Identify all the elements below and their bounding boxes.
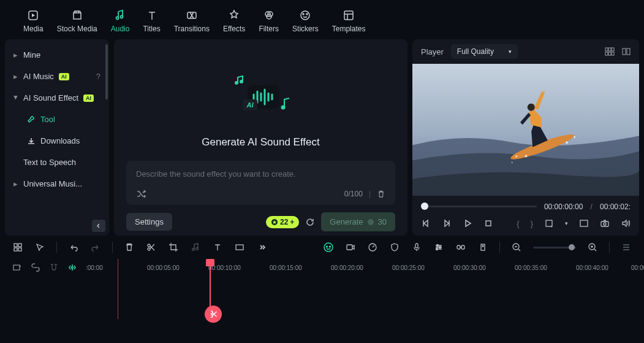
zoom-thumb[interactable] (569, 244, 575, 250)
layout-icon[interactable] (12, 242, 23, 253)
sidebar-item-ai-music[interactable]: ▸ AI Music AI ? (5, 66, 109, 87)
character-count: 0/100 (344, 190, 363, 198)
layout-grid-icon[interactable] (605, 47, 615, 56)
sidebar-item-downloads[interactable]: Downloads (5, 130, 109, 152)
tab-media[interactable]: Media (23, 9, 44, 33)
sidebar-item-label: Downloads (40, 136, 80, 145)
ruler-mark: 00:00:25:00 (392, 264, 425, 271)
prompt-textarea[interactable]: Describe the sound effect you want to cr… (136, 169, 385, 184)
chevron-down-icon: ▾ (509, 48, 512, 55)
volume-icon[interactable] (621, 218, 631, 228)
playhead[interactable] (210, 259, 211, 319)
mark-out-icon[interactable]: } (531, 219, 533, 228)
link-toggle-icon[interactable] (31, 263, 40, 272)
tab-stock-media[interactable]: Stock Media (57, 9, 97, 33)
mic-icon[interactable] (411, 242, 422, 253)
aspect-icon[interactable] (234, 242, 245, 253)
tab-audio[interactable]: Audio (111, 9, 130, 33)
tab-label: Filters (259, 25, 279, 33)
tab-label: Media (23, 25, 44, 33)
sidebar-item-tool[interactable]: Tool (5, 109, 109, 130)
shuffle-icon[interactable] (136, 189, 146, 199)
zoom-in-icon[interactable] (587, 242, 598, 253)
shield-icon[interactable] (389, 242, 400, 253)
link-icon[interactable] (455, 242, 466, 253)
settings-button[interactable]: Settings (126, 213, 172, 231)
guide-line (118, 259, 118, 319)
split-icon[interactable] (146, 242, 157, 253)
sidebar-item-universal-music[interactable]: ▸ Universal Musi... (5, 173, 109, 195)
fullscreen-icon[interactable] (579, 218, 589, 228)
sidebar-item-label: Tool (40, 115, 55, 124)
sidebar-item-mine[interactable]: ▸ Mine (5, 44, 109, 66)
zoom-out-icon[interactable] (511, 242, 522, 253)
svg-rect-32 (623, 48, 626, 55)
ai-assistant-icon[interactable] (323, 242, 334, 253)
tab-effects[interactable]: Effects (223, 9, 245, 33)
zoom-slider[interactable] (533, 247, 576, 249)
progress-thumb[interactable] (421, 202, 428, 210)
tab-filters[interactable]: Filters (259, 9, 279, 33)
collapse-sidebar-button[interactable] (92, 220, 105, 232)
pointer-icon[interactable] (34, 242, 45, 253)
ruler-mark: 00:00:20:00 (331, 264, 363, 271)
next-frame-button[interactable] (442, 218, 452, 228)
svg-point-46 (604, 223, 606, 225)
svg-rect-71 (13, 265, 20, 270)
video-preview[interactable] (412, 64, 639, 196)
redo-icon[interactable] (90, 242, 101, 253)
cut-marker[interactable] (205, 306, 222, 323)
tab-templates[interactable]: Templates (332, 9, 366, 33)
help-icon[interactable]: ? (96, 72, 100, 81)
tab-transitions[interactable]: Transitions (174, 9, 210, 33)
auto-ripple-icon[interactable] (67, 263, 77, 272)
credits-badge[interactable]: 22 + (266, 216, 299, 228)
svg-point-8 (303, 13, 304, 15)
record-icon[interactable] (345, 242, 356, 253)
add-track-icon[interactable] (12, 263, 22, 272)
mark-in-icon[interactable]: { (517, 219, 519, 228)
time-ruler[interactable]: :00:00 00:00:05:00 00:00:10:00 00:00:15:… (86, 261, 632, 274)
transitions-icon (185, 9, 199, 22)
play-button[interactable] (463, 218, 472, 228)
music-note-icon[interactable] (190, 242, 201, 253)
generate-button[interactable]: Generate 30 (321, 212, 395, 231)
trash-icon[interactable] (377, 190, 385, 198)
refresh-icon[interactable] (305, 217, 315, 227)
more-icon[interactable] (256, 242, 267, 253)
snapshot-icon[interactable] (600, 218, 610, 228)
list-view-icon[interactable] (621, 242, 632, 253)
undo-icon[interactable] (68, 242, 79, 253)
tab-titles[interactable]: Titles (143, 9, 160, 33)
tab-stickers[interactable]: Stickers (292, 9, 319, 33)
crop-tool-icon[interactable] (168, 242, 179, 253)
svg-rect-61 (415, 244, 418, 248)
prev-frame-button[interactable] (421, 218, 431, 228)
scrollbar-thumb[interactable] (105, 44, 108, 99)
chevron-right-icon: ▸ (13, 179, 18, 188)
panel-title: Generate AI Sound Effect (202, 136, 320, 148)
filters-icon (262, 9, 276, 22)
snap-icon[interactable] (49, 263, 59, 272)
timeline-tracks[interactable] (12, 276, 632, 319)
crop-icon[interactable] (544, 218, 554, 228)
svg-point-64 (436, 249, 438, 250)
sidebar-item-text-to-speech[interactable]: Text to Speech (5, 152, 109, 173)
ruler-mark: :00:00 (86, 264, 103, 271)
audio-icon (113, 9, 127, 22)
stop-button[interactable] (483, 218, 493, 228)
playback-progress[interactable] (421, 206, 537, 207)
chevron-down-icon[interactable]: ▾ (565, 220, 568, 226)
delete-icon[interactable] (124, 242, 135, 253)
svg-point-51 (148, 244, 150, 247)
compare-icon[interactable] (622, 47, 631, 56)
speed-icon[interactable] (367, 242, 378, 253)
marker-icon[interactable] (477, 242, 488, 253)
stock-media-icon (70, 9, 84, 22)
quality-dropdown[interactable]: Full Quality ▾ (451, 44, 518, 59)
sidebar-item-ai-sound-effect[interactable]: ▸ AI Sound Effect AI (5, 87, 109, 109)
text-tool-icon[interactable] (212, 242, 223, 253)
svg-rect-59 (347, 245, 352, 250)
svg-point-54 (196, 248, 199, 250)
adjust-icon[interactable] (433, 242, 444, 253)
